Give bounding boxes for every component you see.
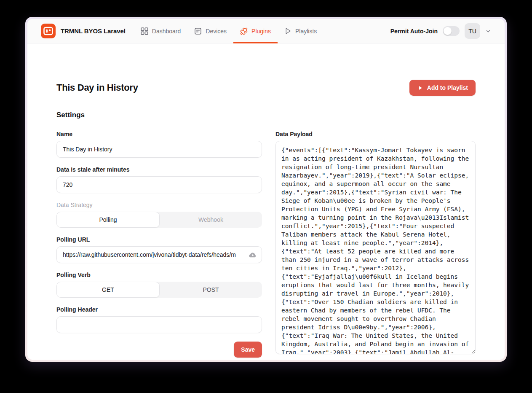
name-label: Name (56, 131, 262, 137)
polling-header-group: Polling Header (56, 306, 262, 333)
page-title: This Day in History (56, 82, 138, 93)
chevron-down-icon[interactable] (485, 28, 491, 34)
puzzle-icon (240, 27, 248, 35)
trmnl-logo-icon (41, 24, 56, 38)
polling-url-label: Polling URL (56, 236, 262, 243)
add-to-playlist-button[interactable]: Add to Playlist (409, 80, 476, 96)
add-to-playlist-label: Add to Playlist (427, 84, 468, 91)
data-strategy-group: Data Strategy Polling Webhook (56, 202, 262, 228)
nav-item-dashboard[interactable]: Dashboard (141, 27, 181, 35)
segment-post[interactable]: POST (160, 282, 262, 298)
segment-get[interactable]: GET (56, 282, 160, 298)
play-outline-icon (284, 27, 291, 35)
segment-webhook[interactable]: Webhook (160, 212, 262, 228)
polling-verb-segmented: GET POST (56, 282, 262, 298)
data-strategy-segmented: Polling Webhook (56, 212, 262, 228)
navbar: TRMNL BYOS Laravel Dashboard (27, 19, 505, 43)
save-button[interactable]: Save (234, 342, 262, 358)
avatar[interactable]: TU (465, 23, 480, 39)
brand-title: TRMNL BYOS Laravel (61, 27, 126, 35)
dashboard-grid-icon (141, 27, 148, 35)
polling-verb-label: Polling Verb (56, 272, 262, 278)
nav-item-playlists[interactable]: Playlists (284, 27, 317, 35)
name-input[interactable] (56, 141, 262, 158)
polling-header-input[interactable] (56, 316, 262, 333)
settings-columns: Name Data is stale after minutes Data St… (56, 131, 476, 358)
devices-icon (194, 27, 202, 35)
nav-item-devices[interactable]: Devices (194, 27, 227, 35)
data-strategy-label: Data Strategy (56, 202, 262, 208)
main-content: This Day in History Add to Playlist Sett… (27, 43, 505, 360)
play-filled-icon (417, 85, 423, 91)
permit-auto-join-label: Permit Auto-Join (390, 28, 438, 35)
stale-field-group: Data is stale after minutes (56, 166, 262, 193)
polling-url-group: Polling URL (56, 236, 262, 263)
data-payload-label: Data Payload (275, 131, 476, 137)
nav-item-label: Plugins (251, 28, 271, 35)
stale-minutes-input[interactable] (56, 176, 262, 193)
data-payload-textarea[interactable]: {"events":[{"text":"Kassym-Jomart Tokaye… (275, 141, 476, 354)
nav-item-plugins[interactable]: Plugins (240, 27, 271, 35)
nav-item-label: Dashboard (152, 28, 181, 35)
page-head: This Day in History Add to Playlist (56, 80, 476, 96)
app-chrome: TRMNL BYOS Laravel Dashboard (27, 19, 505, 360)
permit-auto-join-toggle[interactable] (443, 26, 460, 36)
main-nav: Dashboard Devices (141, 27, 317, 35)
navbar-right: Permit Auto-Join TU (390, 23, 491, 39)
nav-item-label: Devices (206, 28, 227, 35)
stale-label: Data is stale after minutes (56, 166, 262, 173)
polling-header-label: Polling Header (56, 306, 262, 313)
app-window: TRMNL BYOS Laravel Dashboard (25, 17, 507, 362)
brand[interactable]: TRMNL BYOS Laravel (41, 24, 126, 38)
nav-item-label: Playlists (295, 28, 317, 35)
polling-url-wrap (56, 246, 262, 263)
payload-column: Data Payload {"events":[{"text":"Kassym-… (275, 131, 476, 358)
save-row: Save (56, 342, 262, 358)
settings-form: Name Data is stale after minutes Data St… (56, 131, 262, 358)
polling-url-input[interactable] (56, 246, 262, 263)
polling-verb-group: Polling Verb GET POST (56, 272, 262, 298)
toggle-knob (444, 27, 452, 35)
segment-polling[interactable]: Polling (56, 212, 160, 228)
settings-heading: Settings (56, 111, 476, 119)
name-field-group: Name (56, 131, 262, 158)
cloud-download-icon[interactable] (249, 250, 257, 259)
